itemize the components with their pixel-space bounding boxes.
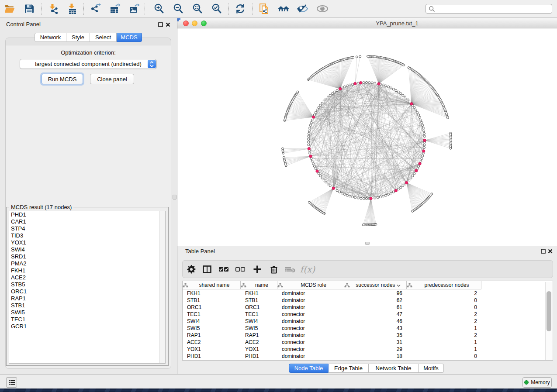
cell-shared-name: FKH1 [183,290,241,296]
table-row[interactable]: SWI4SWI4dominator462 [183,318,545,325]
export-network-icon[interactable] [89,2,102,15]
table-row[interactable]: FKH1FKH1dominator962 [183,290,545,297]
zoom-fit-icon[interactable] [191,2,204,15]
column-header-predecessor-nodes[interactable]: predecessor nodes [407,281,481,289]
criterion-dropdown[interactable]: largest connected component (undirected) [20,59,157,69]
result-node-item[interactable]: FKH1 [9,267,165,274]
tab-motifs[interactable]: Motifs [419,364,444,373]
table-row[interactable]: STB1STB1dominator620 [183,297,545,304]
share-document-icon[interactable] [258,2,271,15]
vertical-splitter-handle[interactable] [173,195,176,199]
show-details-icon[interactable] [316,2,329,15]
tab-network-table[interactable]: Network Table [369,364,419,373]
select-all-icon[interactable] [217,263,230,276]
zoom-out-icon[interactable] [172,2,185,15]
result-node-item[interactable]: CAR1 [9,218,165,225]
cell-predecessor-nodes: 0 [407,353,481,359]
column-header-successor-nodes[interactable]: successor nodes [344,281,407,289]
table-row[interactable]: TEC1TEC1connector472 [183,311,545,318]
cell-mcds-role: dominator [277,297,344,303]
settings-gear-icon[interactable] [185,263,198,276]
table-row[interactable]: RAP1RAP1dominator352 [183,332,545,339]
column-header-MCDS-role[interactable]: MCDS role [277,281,344,289]
delete-column-icon[interactable] [267,263,280,276]
export-table-icon[interactable] [108,2,121,15]
result-node-item[interactable]: RAP1 [9,295,165,302]
open-file-icon[interactable] [3,2,16,15]
network-window-titlebar[interactable]: YPA_prune.txt_1 [177,18,557,28]
refresh-icon[interactable] [234,2,247,15]
column-header-shared-name[interactable]: shared name [183,281,241,289]
dropdown-stepper-icon [148,60,156,68]
mcds-result-list[interactable]: PHD1CAR1STP4TID3YOX1SWI4SRD1PMA2FKH1ACE2… [9,211,166,364]
cell-mcds-role: dominator [277,290,344,296]
cell-name: YOX1 [241,346,277,352]
tab-node-table[interactable]: Node Table [289,364,329,373]
mcds-result-title: MCDS result (17 nodes) [9,204,73,210]
result-node-item[interactable]: TEC1 [9,316,165,323]
zoom-selected-icon[interactable] [210,2,223,15]
cell-successor-nodes: 43 [344,325,407,331]
table-row[interactable]: PHD1PHD1dominator180 [183,353,545,360]
function-builder-icon[interactable]: f(x) [299,263,316,276]
result-node-item[interactable]: SWI4 [9,246,165,253]
tab-edge-table[interactable]: Edge Table [329,364,369,373]
memory-button[interactable]: Memory [522,377,552,388]
optimization-criterion-label: Optimization criterion: [6,49,171,56]
column-header-name[interactable]: name [241,281,277,289]
cell-name: ORC1 [241,304,277,310]
cell-shared-name: RAP1 [183,332,241,338]
cell-predecessor-nodes: 0 [407,297,481,303]
hide-details-icon[interactable] [296,2,309,15]
network-canvas[interactable] [178,29,557,246]
result-node-item[interactable]: TID3 [9,232,165,239]
result-node-item[interactable]: ACE2 [9,274,165,281]
horizontal-splitter-handle[interactable] [365,242,370,245]
cell-shared-name: TEC1 [183,311,241,317]
import-network-icon[interactable] [47,2,60,15]
table-row[interactable]: ACE2ACE2connector311 [183,339,545,346]
table-row[interactable]: ORC1ORC1dominator610 [183,304,545,311]
show-columns-icon[interactable] [201,263,214,276]
table-scrollbar-thumb[interactable] [547,291,551,331]
result-node-item[interactable]: STP4 [9,225,165,232]
table-scrollbar[interactable] [545,282,552,360]
result-node-item[interactable]: YOX1 [9,239,165,246]
result-node-item[interactable]: STB1 [9,302,165,309]
result-node-item[interactable]: GCR1 [9,323,165,330]
table-panel-close-button[interactable] [547,248,553,254]
tab-network[interactable]: Network [35,33,66,42]
search-input[interactable] [435,5,552,13]
nested-networks-icon[interactable] [277,2,290,15]
control-panel-close-button[interactable] [165,22,170,27]
zoom-in-icon[interactable] [152,2,166,15]
result-node-item[interactable]: PMA2 [9,260,165,267]
task-history-button[interactable] [6,377,17,388]
table-panel-float-button[interactable] [540,248,546,254]
tab-style[interactable]: Style [66,33,90,42]
import-table-icon[interactable] [66,2,79,15]
attribute-tree-icon [183,283,188,288]
result-node-item[interactable]: SRD1 [9,253,165,260]
delete-table-icon[interactable] [284,263,297,276]
table-row[interactable]: YOX1YOX1connector291 [183,346,545,353]
tab-mcds[interactable]: MCDS [117,33,142,42]
control-panel-float-button[interactable] [158,22,163,27]
result-list-scrollbar[interactable] [159,211,165,363]
cell-predecessor-nodes: 2 [407,318,481,324]
result-node-item[interactable]: PHD1 [9,211,165,218]
table-row[interactable]: SWI5SWI5connector431 [183,325,545,332]
tab-select[interactable]: Select [90,33,117,42]
result-node-item[interactable]: ORC1 [9,288,165,295]
result-node-item[interactable]: SWI5 [9,309,165,316]
attribute-tree-icon [407,283,412,288]
close-panel-button[interactable]: Close panel [90,74,134,84]
add-column-icon[interactable] [251,263,264,276]
cell-successor-nodes: 61 [344,304,407,310]
attribute-tree-icon [344,283,350,288]
export-image-icon[interactable] [128,2,141,15]
save-session-icon[interactable] [23,2,36,15]
run-mcds-button[interactable]: Run MCDS [42,74,83,84]
unselect-all-icon[interactable] [234,263,247,276]
result-node-item[interactable]: STB5 [9,281,165,288]
